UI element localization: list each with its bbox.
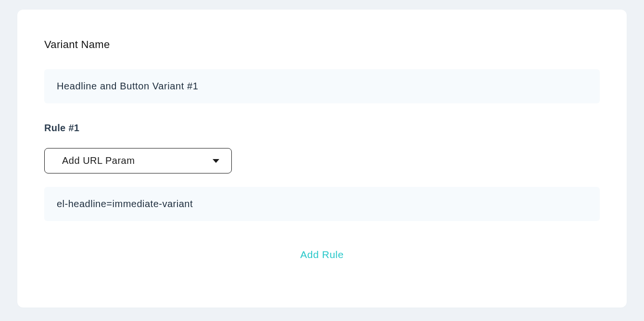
variant-card: Variant Name Rule #1 Add URL Param Add R… bbox=[17, 10, 627, 308]
variant-name-label: Variant Name bbox=[44, 38, 600, 51]
rule-value-input[interactable] bbox=[44, 187, 600, 221]
variant-name-input[interactable] bbox=[44, 69, 600, 103]
rule-type-selected: Add URL Param bbox=[62, 155, 135, 166]
add-rule-button[interactable]: Add Rule bbox=[44, 249, 600, 260]
rule-type-select[interactable]: Add URL Param bbox=[44, 148, 232, 173]
rule-label: Rule #1 bbox=[44, 123, 600, 134]
